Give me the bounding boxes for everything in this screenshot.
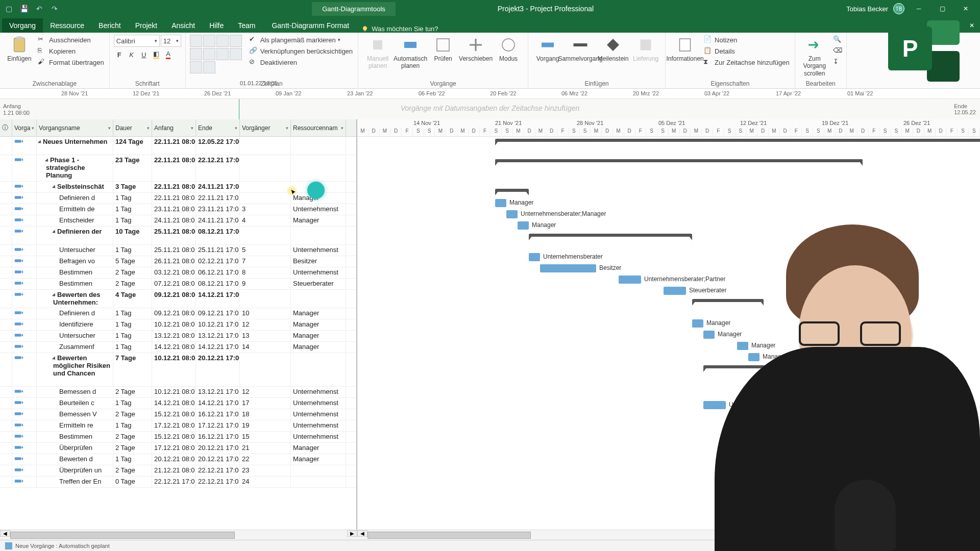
start-cell[interactable]: 22.11.21 08:00 <box>152 155 196 181</box>
task-name-cell[interactable]: Ermitteln de <box>37 204 113 215</box>
table-row[interactable]: Bestimmen2 Tage03.12.21 08:006.12.21 17:… <box>0 267 356 279</box>
task-name-cell[interactable]: Selbsteinschät <box>37 182 113 192</box>
gantt-body[interactable]: ManagerUnternehmensberater;ManagerManage… <box>357 137 980 530</box>
scroll-to-task-button[interactable]: Zum Vorgang scrollen <box>799 35 830 77</box>
user-avatar[interactable]: TB <box>893 3 904 14</box>
predecessor-cell[interactable]: 10 <box>240 308 291 319</box>
end-cell[interactable]: 13.12.21 17:0 <box>196 331 240 341</box>
duration-cell[interactable]: 23 Tage <box>113 155 152 181</box>
gantt-summary-bar[interactable] <box>495 139 980 142</box>
end-cell[interactable]: 16.12.21 17:0 <box>196 409 240 420</box>
duration-cell[interactable]: 124 Tage <box>113 137 152 155</box>
table-row[interactable]: Definieren d1 Tag22.11.21 08:022.11.21 1… <box>0 193 356 204</box>
duration-cell[interactable]: 2 Tage <box>113 465 152 476</box>
task-name-cell[interactable]: Bestimmen <box>37 279 113 289</box>
pct-0-icon[interactable] <box>190 35 202 47</box>
end-cell[interactable]: 17.12.21 17:0 <box>196 420 240 431</box>
task-name-cell[interactable]: Definieren d <box>37 308 113 319</box>
task-name-cell[interactable]: Bewerten möglicher Risiken und Chancen <box>37 353 113 386</box>
resource-cell[interactable]: Unternehmenst <box>291 432 346 442</box>
start-cell[interactable]: 15.12.21 08:0 <box>152 432 196 442</box>
resource-cell[interactable]: Manager <box>291 454 346 465</box>
start-cell[interactable]: 24.11.21 08:0 <box>152 215 196 226</box>
duration-cell[interactable]: 1 Tag <box>113 331 152 341</box>
duration-cell[interactable]: 2 Tage <box>113 387 152 397</box>
italic-button[interactable]: K <box>126 49 137 60</box>
timeline[interactable]: 28 Nov '21 12 Dez '21 26 Dez '21 09 Jan … <box>0 89 980 119</box>
start-cell[interactable]: 21.12.21 08:0 <box>152 465 196 476</box>
end-cell[interactable]: 22.12.21 17:00 <box>196 155 240 181</box>
task-name-cell[interactable]: Bestimmen <box>37 432 113 442</box>
start-cell[interactable]: 10.12.21 08:0 <box>152 319 196 330</box>
start-cell[interactable]: 07.12.21 08:0 <box>152 279 196 289</box>
outdent-icon[interactable] <box>203 48 215 60</box>
pct-75-icon[interactable] <box>230 35 242 47</box>
table-row[interactable]: Identifiziere1 Tag10.12.21 08:010.12.21 … <box>0 319 356 331</box>
end-cell[interactable]: 14.12.21 17:00 <box>196 290 240 308</box>
duration-cell[interactable]: 1 Tag <box>113 193 152 204</box>
inspect-button[interactable]: Prüfen <box>428 35 458 62</box>
predecessor-cell[interactable]: 3 <box>240 204 291 215</box>
table-row[interactable]: Bewerten möglicher Risiken und Chancen7 … <box>0 353 356 387</box>
deactivate-button[interactable]: ⊘Deaktivieren <box>248 57 354 67</box>
move-button[interactable]: Verschieben <box>460 35 491 62</box>
left-scroll-track[interactable]: ◀ ▶ <box>0 530 357 540</box>
resource-cell[interactable] <box>291 465 346 476</box>
mode-button[interactable]: Modus <box>493 35 524 62</box>
task-name-cell[interactable]: Überprüfen un <box>37 465 113 476</box>
scroll-right-button-2[interactable]: ▶ <box>970 530 980 537</box>
user-name[interactable]: Tobias Becker <box>846 5 888 13</box>
start-cell[interactable]: 26.11.21 08:0 <box>152 256 196 267</box>
end-cell[interactable]: 13.12.21 17:0 <box>196 387 240 397</box>
table-row[interactable]: Bemessen V2 Tage15.12.21 08:016.12.21 17… <box>0 409 356 420</box>
scroll-left-button-2[interactable]: ◀ <box>357 530 368 537</box>
indent-icon[interactable] <box>216 48 229 60</box>
duration-cell[interactable]: 1 Tag <box>113 342 152 353</box>
resource-cell[interactable]: Unternehmenst <box>291 409 346 420</box>
respect-links-button[interactable]: 🔗Verknüpfungen berücksichtigen <box>248 46 354 56</box>
gantt-task-bar[interactable] <box>703 401 726 409</box>
bold-button[interactable]: F <box>114 49 125 60</box>
pct-50-icon[interactable] <box>216 35 229 47</box>
notes-button[interactable]: 📄Notizen <box>702 35 791 45</box>
end-cell[interactable]: 08.12.21 17:00 <box>196 227 240 244</box>
gantt-task-bar[interactable] <box>703 331 715 339</box>
task-name-cell[interactable]: Bemessen d <box>37 387 113 397</box>
duration-cell[interactable]: 1 Tag <box>113 454 152 465</box>
end-cell[interactable]: 20.12.21 17:00 <box>196 353 240 386</box>
resource-cell[interactable] <box>291 227 346 244</box>
duration-cell[interactable]: 10 Tage <box>113 227 152 244</box>
table-row[interactable]: Untersucher1 Tag25.11.21 08:025.11.21 17… <box>0 245 356 256</box>
duration-cell[interactable]: 2 Tage <box>113 432 152 442</box>
predecessor-cell[interactable]: 8 <box>240 267 291 278</box>
predecessor-cell[interactable]: 22 <box>240 454 291 465</box>
duration-cell[interactable]: 3 Tage <box>113 182 152 192</box>
table-row[interactable]: Überprüfen2 Tage17.12.21 08:020.12.21 17… <box>0 443 356 454</box>
close-button[interactable]: ✕ <box>957 2 975 15</box>
end-cell[interactable]: 22.11.21 17:0 <box>196 193 240 204</box>
duration-cell[interactable]: 7 Tage <box>113 353 152 386</box>
clear-button[interactable]: ⌫ <box>832 46 842 56</box>
task-name-cell[interactable]: Definieren d <box>37 193 113 204</box>
information-button[interactable]: Informationen <box>670 35 700 62</box>
duration-cell[interactable]: 2 Tage <box>113 443 152 454</box>
end-cell[interactable]: 22.12.21 17:0 <box>196 465 240 476</box>
resource-cell[interactable]: Manager <box>291 319 346 330</box>
start-cell[interactable]: 23.11.21 08:0 <box>152 204 196 215</box>
predecessor-cell[interactable]: 7 <box>240 256 291 267</box>
font-size-select[interactable]: 12▾ <box>161 35 181 47</box>
gantt-task-bar[interactable] <box>506 210 518 218</box>
link-icon[interactable] <box>230 48 242 60</box>
duration-cell[interactable]: 0 Tage <box>113 477 152 487</box>
task-name-cell[interactable]: Entscheider <box>37 215 113 226</box>
pct-100-icon[interactable] <box>190 48 202 60</box>
end-cell[interactable]: 24.11.21 17:0 <box>196 215 240 226</box>
gantt-chart[interactable]: 14 Nov '2121 Nov '2128 Nov '2105 Dez '21… <box>357 119 980 530</box>
manual-schedule-button[interactable]: Manuell planen <box>362 35 393 70</box>
task-name-cell[interactable]: Identifiziere <box>37 319 113 330</box>
resource-cell[interactable]: Unternehmenst <box>291 245 346 256</box>
end-cell[interactable]: 09.12.21 17:0 <box>196 308 240 319</box>
col-name[interactable]: Vorgangsname▾ <box>37 119 113 136</box>
underline-button[interactable]: U <box>138 49 150 60</box>
start-cell[interactable]: 17.12.21 08:0 <box>152 420 196 431</box>
